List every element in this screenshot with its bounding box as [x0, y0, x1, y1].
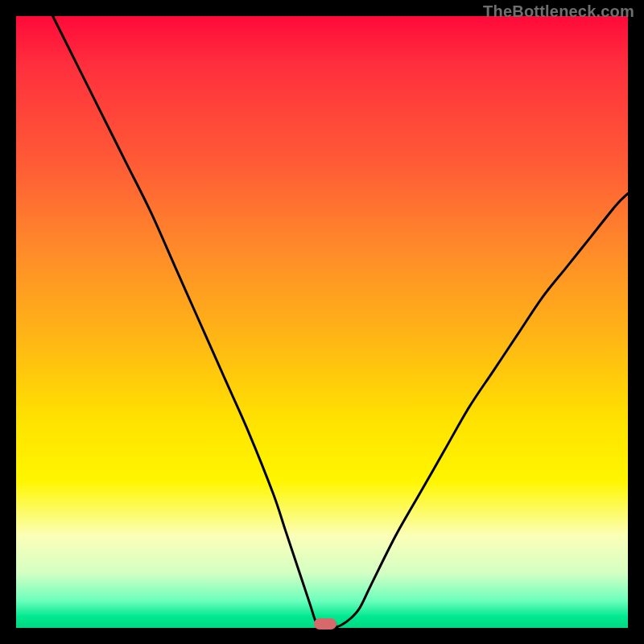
min-marker — [314, 618, 336, 630]
plot-area — [16, 16, 628, 628]
curve-layer — [16, 16, 628, 628]
chart-stage: TheBottleneck.com — [0, 0, 644, 644]
watermark-text: TheBottleneck.com — [483, 2, 634, 21]
bottleneck-curve — [53, 16, 628, 629]
